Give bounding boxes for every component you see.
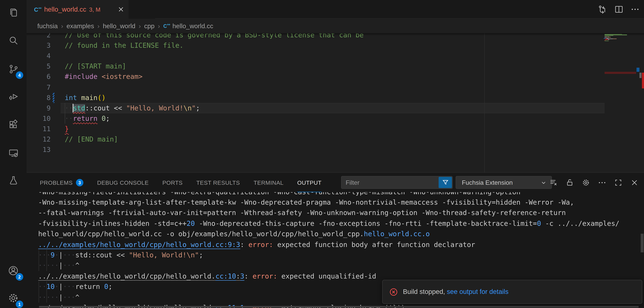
panel-tab-debug-console[interactable]: DEBUG CONSOLE [97, 173, 149, 192]
token: int [65, 94, 77, 102]
token: : [240, 240, 248, 248]
breadcrumb-item[interactable]: cpp [144, 22, 154, 30]
code-editor[interactable]: 2345678910111213 // Use of this source c… [26, 33, 644, 172]
breadcrumb-item[interactable]: examples [66, 22, 94, 30]
chevron-right-icon: › [158, 22, 160, 30]
editor-ruler [484, 33, 485, 172]
sidebar-item-testing[interactable] [0, 169, 26, 191]
token[interactable]: cc:10 [215, 272, 236, 280]
panel-tab-label: PROBLEMS [40, 180, 72, 186]
token [98, 114, 102, 122]
panel-tab-output[interactable]: OUTPUT [297, 173, 322, 192]
token: \n [184, 104, 192, 112]
output-line[interactable]: -Wno-missing-field-initializers -Wno-ext… [38, 192, 520, 197]
close-icon[interactable] [118, 6, 124, 13]
output-settings-gear-icon[interactable] [581, 178, 590, 187]
minimap-line [604, 40, 609, 41]
breadcrumb-item[interactable]: hello_world.cc [172, 22, 213, 30]
token [77, 94, 81, 102]
output-line[interactable]: --fatal-warnings -ftrivial-auto-var-init… [38, 208, 566, 218]
chevron-right-icon: › [61, 22, 63, 30]
tab-problems-badge: 3, M [89, 6, 100, 13]
output-line[interactable]: ../../examples/hello_world/cpp/hello_wor… [38, 239, 475, 250]
token: expected unqualified-id [277, 272, 376, 280]
panel-tab-terminal[interactable]: TERMINAL [254, 173, 284, 192]
output-line[interactable]: -Wno-missing-template-arg-list-after-tem… [38, 197, 574, 208]
more-actions-icon[interactable] [630, 4, 640, 14]
panel-tab-label: TEST RESULTS [196, 180, 240, 186]
code-line[interactable]: ··std::cout << "Hello, World!\n"; [65, 103, 200, 113]
code-line[interactable]: // found in the LICENSE file. [65, 40, 184, 51]
token: | [59, 283, 63, 291]
minimap-line [607, 39, 613, 39]
token: | [59, 293, 63, 301]
panel-more-actions-icon[interactable] [598, 178, 607, 187]
token: : [244, 272, 252, 280]
output-channel-select[interactable]: Fuchsia Extension [456, 176, 552, 189]
output-line[interactable]: ··10·|···return 0; [38, 282, 112, 292]
token[interactable]: ../../examples/hello_world/cpp/hello_wor… [38, 240, 240, 249]
tab-hello-world-cc[interactable]: C++ hello_world.cc 3, M [26, 0, 129, 19]
notification-toast[interactable]: Build stopped, see output for details [382, 280, 642, 304]
notification-link[interactable]: see output for details [447, 288, 508, 296]
vertical-scrollbar[interactable] [641, 234, 644, 252]
token: ·· [65, 104, 73, 112]
token: "Hello, World! [126, 104, 184, 112]
sidebar-item-remote-explorer[interactable] [0, 142, 26, 164]
code-line[interactable]: // [END main] [65, 134, 118, 144]
panel-tab-test-results[interactable]: TEST RESULTS [196, 173, 240, 192]
overview-ruler-error-mark [642, 73, 644, 88]
split-editor-icon[interactable] [614, 4, 624, 14]
chevron-right-icon: › [139, 22, 141, 30]
output-line[interactable]: ·····|···^ [38, 292, 80, 302]
token: ^ [75, 293, 80, 301]
output-line[interactable]: ···9·|···std::cout << "Hello, World!\n"; [38, 250, 203, 260]
token: · [55, 283, 59, 291]
code-line[interactable]: #include <iostream> [65, 72, 142, 82]
sidebar-item-run-debug[interactable] [0, 86, 26, 107]
sidebar-item-source-control[interactable]: 4 [0, 58, 26, 80]
token: ; [106, 114, 110, 122]
token: #include [65, 73, 98, 81]
files-icon [8, 7, 19, 18]
code-line[interactable]: int main() [65, 92, 106, 103]
breadcrumb-item[interactable]: hello_world [103, 22, 135, 30]
token: ../../examples/hello_world/cpp/hello_wor… [38, 272, 215, 280]
minimap[interactable] [604, 33, 636, 50]
code-line[interactable]: // [START main] [65, 61, 126, 72]
minimap-line [608, 37, 611, 37]
output-line[interactable]: -fvisibility-inlines-hidden -std=c++20 -… [38, 218, 620, 229]
breadcrumb-item[interactable]: fuchsia [37, 22, 58, 30]
editor-actions [598, 0, 640, 19]
horizontal-scrollbar[interactable] [39, 306, 638, 308]
sidebar-item-search[interactable] [0, 30, 26, 51]
sidebar-item-accounts[interactable]: 2 [0, 260, 26, 282]
token: : [236, 272, 240, 280]
panel-tab-ports[interactable]: PORTS [162, 173, 182, 192]
filter-input[interactable] [342, 179, 438, 186]
token: ^ [75, 262, 80, 270]
error-icon [389, 288, 398, 296]
panel-tab-problems[interactable]: PROBLEMS3 [40, 173, 84, 192]
maximize-panel-icon[interactable] [614, 178, 623, 187]
overview-ruler-cursor-mark [637, 68, 639, 72]
unlock-icon[interactable] [565, 178, 574, 187]
open-changes-icon[interactable] [598, 4, 608, 14]
output-line[interactable]: hello_world/cpp/hello_world.cc -o obj/ex… [38, 229, 430, 239]
output-line[interactable]: ../../examples/hello_world/cpp/hello_wor… [38, 271, 376, 282]
token[interactable]: 3 [240, 272, 244, 280]
filter-funnel-button[interactable] [438, 177, 452, 188]
sidebar-item-explorer[interactable] [0, 2, 26, 23]
output-line[interactable]: ·····|···^ [38, 260, 80, 271]
panel-action-icons [549, 173, 639, 192]
code-line[interactable]: } [65, 124, 69, 134]
clear-output-icon[interactable] [549, 178, 558, 187]
code-line[interactable]: ··return 0; [65, 113, 110, 124]
token [98, 73, 102, 81]
token: ··· [63, 251, 75, 259]
token: 0 [104, 283, 108, 291]
sidebar-item-extensions[interactable] [0, 114, 26, 135]
sidebar-item-settings[interactable]: 1 [0, 287, 26, 308]
close-panel-icon[interactable] [630, 178, 639, 187]
panel-header: PROBLEMS3DEBUG CONSOLEPORTSTEST RESULTST… [26, 172, 644, 192]
